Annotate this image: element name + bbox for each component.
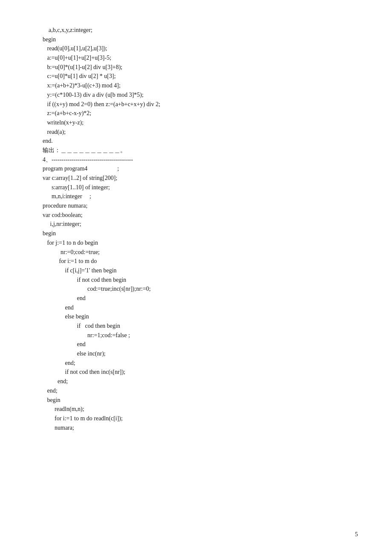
page: a,b,c,x,y,z:integer; begin read(u[0],u[1… bbox=[0, 0, 392, 555]
code-content: a,b,c,x,y,z:integer; begin read(u[0],u[1… bbox=[43, 26, 358, 432]
page-number: 5 bbox=[355, 531, 358, 538]
